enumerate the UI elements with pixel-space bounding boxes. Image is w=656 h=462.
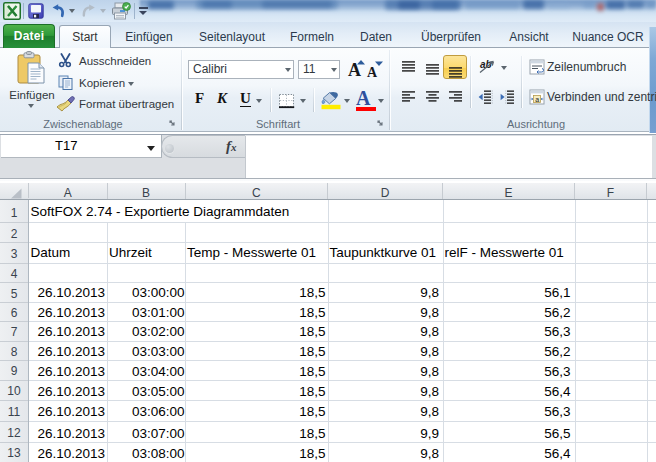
svg-text:a: a <box>535 96 539 103</box>
